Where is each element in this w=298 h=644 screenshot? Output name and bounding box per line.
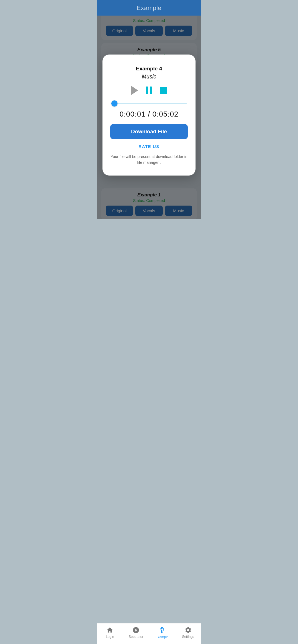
info-text: Your file will be present at download fo… — [110, 154, 188, 166]
scroll-area: Status: Completed Original Vocals Music … — [97, 16, 201, 219]
progress-thumb[interactable] — [111, 100, 117, 107]
pause-bar-left — [146, 87, 148, 94]
timer-display: 0:00:01 / 0:05:02 — [110, 110, 188, 119]
play-button[interactable] — [131, 86, 138, 95]
modal-dialog: Example 4 Music 0:00:01 / 0:05:02 Downlo… — [102, 55, 196, 176]
stop-button[interactable] — [160, 87, 167, 94]
modal-subtitle: Music — [110, 73, 188, 80]
playback-controls — [110, 86, 188, 95]
pause-bar-right — [150, 87, 152, 94]
timer-current: 0:00:01 — [119, 110, 146, 118]
app-title: Example — [137, 4, 161, 11]
timer-separator: / — [146, 110, 152, 118]
timer-total: 0:05:02 — [152, 110, 179, 118]
app-header: Example — [97, 0, 201, 16]
rate-us-link[interactable]: RATE US — [110, 144, 188, 149]
progress-bar[interactable] — [111, 103, 187, 104]
download-button[interactable]: Download File — [110, 124, 188, 139]
pause-button[interactable] — [146, 87, 152, 94]
modal-title: Example 4 — [110, 66, 188, 72]
